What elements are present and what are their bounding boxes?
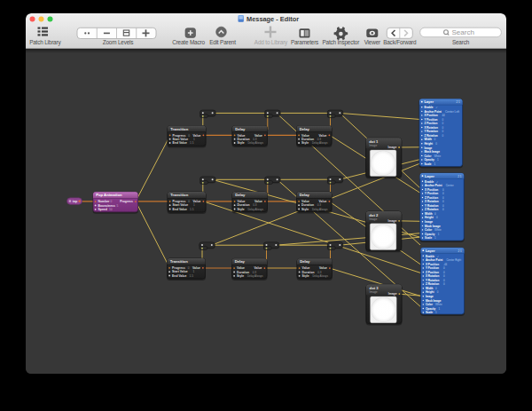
svg-text:Y Rotation: Y Rotation	[426, 279, 440, 282]
svg-text:Image: Image	[369, 144, 377, 147]
svg-text:Z Position: Z Position	[424, 122, 437, 125]
svg-text:0: 0	[188, 134, 190, 138]
svg-text:Style: Style	[238, 208, 245, 211]
svg-text:Center Left: Center Left	[445, 110, 459, 114]
svg-text:tap: tap	[73, 200, 78, 203]
svg-text:Delay Always: Delay Always	[247, 208, 263, 211]
svg-text:Color: Color	[425, 228, 433, 232]
svg-text:Center Right: Center Right	[447, 258, 462, 262]
svg-text:2 1: 2 1	[458, 175, 462, 178]
svg-text:Color: Color	[424, 154, 432, 158]
svg-text:Pop Animation: Pop Animation	[96, 194, 122, 198]
svg-text:Message - Editor: Message - Editor	[246, 15, 299, 23]
svg-text:✓: ✓	[436, 180, 439, 184]
svg-text:Delay: Delay	[300, 260, 310, 265]
svg-text:Anchor Point: Anchor Point	[424, 110, 441, 114]
svg-text:End Value: End Value	[172, 274, 186, 278]
svg-text:Value: Value	[254, 134, 262, 138]
svg-text:Color: Color	[426, 303, 434, 306]
svg-text:X Rotation: X Rotation	[426, 274, 440, 278]
svg-text:Style: Style	[301, 141, 309, 145]
svg-text:Style: Style	[237, 274, 244, 278]
svg-text:Progress: Progress	[120, 200, 133, 203]
svg-text:Back/Forward: Back/Forward	[383, 39, 417, 45]
svg-text:White: White	[434, 154, 441, 158]
svg-text:Layer: Layer	[425, 174, 434, 178]
svg-text:Value: Value	[193, 134, 201, 138]
svg-text:Width: Width	[424, 138, 432, 141]
svg-text:Z Rotation: Z Rotation	[425, 208, 438, 211]
svg-text:2 1: 2 1	[458, 249, 462, 253]
svg-text:X Rotation: X Rotation	[424, 126, 438, 130]
svg-text:Enable: Enable	[425, 180, 434, 184]
svg-text:Y Rotation: Y Rotation	[424, 130, 438, 133]
svg-text:End Value: End Value	[173, 208, 187, 211]
svg-text:Y Position: Y Position	[425, 192, 438, 195]
svg-text:Transition: Transition	[170, 259, 188, 264]
svg-text:Value: Value	[193, 200, 201, 203]
svg-text:Scale: Scale	[424, 162, 431, 166]
svg-text:Height: Height	[426, 290, 434, 294]
svg-text:White: White	[435, 303, 442, 306]
svg-text:1.5: 1.5	[190, 208, 194, 211]
svg-text:White: White	[434, 228, 442, 232]
svg-text:0: 0	[188, 266, 190, 270]
svg-text:2 1: 2 1	[456, 100, 460, 104]
svg-text:Y Rotation: Y Rotation	[425, 204, 439, 208]
svg-text:✓: ✓	[437, 255, 440, 258]
svg-text:Style: Style	[302, 274, 309, 278]
svg-text:Speed: Speed	[98, 208, 107, 211]
svg-text:Image: Image	[387, 219, 396, 223]
svg-text:Height: Height	[425, 216, 434, 219]
svg-text:Create Macro: Create Macro	[172, 39, 205, 45]
svg-text:Patch Inspector: Patch Inspector	[322, 39, 360, 46]
svg-text:Value: Value	[319, 200, 327, 203]
svg-text:End Value: End Value	[173, 141, 187, 145]
svg-text:0: 0	[188, 200, 190, 203]
svg-text:Delay: Delay	[235, 193, 246, 197]
svg-text:Z Rotation: Z Rotation	[424, 134, 437, 138]
svg-text:Delay Always: Delay Always	[247, 274, 263, 278]
svg-text:Delay Always: Delay Always	[312, 141, 328, 145]
svg-text:Scale: Scale	[426, 311, 433, 314]
svg-text:Delay: Delay	[235, 260, 246, 265]
svg-text:Transition: Transition	[170, 193, 188, 197]
svg-text:Scale: Scale	[425, 236, 432, 240]
svg-text:Opacity: Opacity	[426, 307, 436, 311]
svg-text:Delay: Delay	[235, 127, 246, 131]
svg-text:Z Position: Z Position	[425, 196, 438, 200]
svg-text:Z Rotation: Z Rotation	[426, 282, 439, 286]
svg-text:X Position: X Position	[425, 188, 438, 192]
svg-text:Mask Image: Mask Image	[425, 225, 441, 228]
svg-text:Value: Value	[319, 266, 327, 270]
svg-text:X Position: X Position	[424, 114, 437, 117]
svg-text:Patch Library: Patch Library	[29, 39, 61, 46]
svg-text:Anchor Point: Anchor Point	[426, 258, 442, 262]
svg-text:Height: Height	[424, 142, 433, 146]
svg-text:Z Position: Z Position	[426, 271, 439, 274]
svg-text:Edit Parent: Edit Parent	[209, 39, 236, 45]
svg-text:X Position: X Position	[426, 263, 439, 266]
svg-text:Parameters: Parameters	[291, 39, 318, 45]
svg-text:Search: Search	[452, 28, 474, 36]
svg-text:Width: Width	[426, 287, 434, 290]
svg-text:Layer: Layer	[426, 249, 435, 253]
svg-text:Image: Image	[425, 220, 433, 224]
svg-text:Add to Library: Add to Library	[254, 39, 288, 46]
svg-text:Value: Value	[192, 266, 200, 270]
svg-text:Y Position: Y Position	[426, 266, 439, 270]
svg-text:Image: Image	[387, 146, 396, 149]
svg-text:Mask Image: Mask Image	[426, 299, 442, 303]
svg-text:Enable: Enable	[426, 255, 434, 258]
svg-text:Image: Image	[388, 292, 397, 296]
svg-text:Image: Image	[426, 295, 434, 298]
svg-text:Width: Width	[425, 212, 433, 216]
svg-text:Delay: Delay	[300, 193, 310, 197]
svg-text:Delay: Delay	[300, 127, 310, 131]
svg-text:-44: -44	[443, 263, 448, 266]
svg-text:Opacity: Opacity	[425, 233, 435, 236]
svg-text:Layer: Layer	[424, 99, 434, 104]
svg-text:X Rotation: X Rotation	[425, 200, 439, 203]
svg-text:Opacity: Opacity	[424, 158, 434, 162]
svg-text:Mask Image: Mask Image	[424, 150, 440, 154]
